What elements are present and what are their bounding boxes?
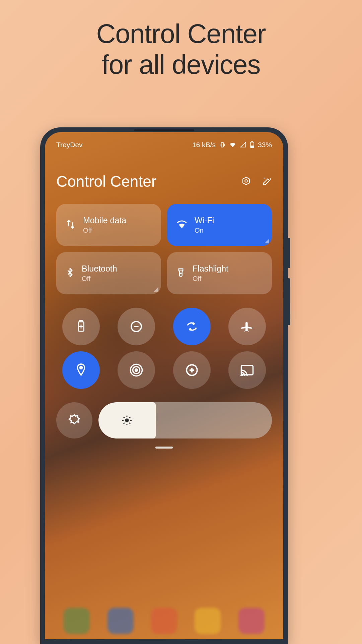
svg-point-10 <box>135 369 138 371</box>
tile-flashlight[interactable]: Flashlight Off <box>167 252 272 294</box>
control-center-title: Control Center <box>56 172 156 190</box>
circle-dnd[interactable] <box>118 308 155 345</box>
dock-app-2[interactable] <box>107 608 134 634</box>
circle-location[interactable] <box>62 351 100 389</box>
tile-label: Flashlight <box>193 264 228 274</box>
drag-handle[interactable] <box>155 447 173 449</box>
hotspot-icon <box>129 363 143 377</box>
svg-point-4 <box>245 180 247 182</box>
circle-cast[interactable] <box>228 351 266 389</box>
tile-label: Wi-Fi <box>195 216 214 225</box>
dock-app-3[interactable] <box>151 608 177 634</box>
circle-grid <box>56 308 272 389</box>
tile-status: Off <box>82 275 117 283</box>
tile-label: Mobile data <box>83 216 126 225</box>
auto-rotate-icon <box>185 320 199 333</box>
svg-point-5 <box>180 273 182 274</box>
status-bar: TreyDev 16 kB/s 33% <box>56 141 272 149</box>
promo-title: Control Center for all devices <box>0 0 362 80</box>
svg-rect-3 <box>251 146 254 148</box>
cast-icon <box>240 364 254 376</box>
expand-corner-icon <box>265 239 269 243</box>
dock-app-4[interactable] <box>195 608 221 634</box>
network-speed: 16 kB/s <box>192 141 216 149</box>
edit-button[interactable] <box>262 176 272 186</box>
wifi-icon <box>176 218 188 232</box>
battery-icon <box>250 141 255 149</box>
side-button-2 <box>288 278 290 325</box>
phone-speaker <box>134 129 194 131</box>
circle-battery-saver[interactable] <box>62 308 100 345</box>
dock-app-1[interactable] <box>64 608 90 634</box>
phone-frame: TreyDev 16 kB/s 33% Control Center <box>40 127 288 644</box>
data-saver-icon <box>185 363 199 377</box>
dock-app-5[interactable] <box>238 608 265 634</box>
swap-vert-icon <box>65 219 76 231</box>
svg-point-9 <box>80 366 82 369</box>
svg-rect-0 <box>221 142 224 147</box>
dnd-icon <box>130 320 143 333</box>
airplane-icon <box>240 320 254 333</box>
battery-saver-icon <box>75 320 87 333</box>
promo-line1: Control Center <box>0 18 362 49</box>
bluetooth-icon <box>65 267 75 280</box>
header-actions <box>241 176 272 186</box>
dock <box>45 609 283 639</box>
tile-status: On <box>195 227 214 234</box>
circle-hotspot[interactable] <box>118 351 155 389</box>
brightness-fill <box>98 402 156 438</box>
svg-point-16 <box>125 418 129 422</box>
side-button-1 <box>288 238 290 268</box>
location-icon <box>75 363 87 377</box>
tile-label: Bluetooth <box>82 264 117 274</box>
carrier-label: TreyDev <box>56 141 83 149</box>
tile-status: Off <box>193 275 228 283</box>
svg-point-15 <box>241 374 243 376</box>
svg-rect-7 <box>80 320 83 322</box>
tile-mobile-data[interactable]: Mobile data Off <box>56 204 161 246</box>
svg-rect-2 <box>251 141 253 142</box>
wifi-status-icon <box>229 141 236 149</box>
flashlight-icon <box>176 267 186 280</box>
status-right: 16 kB/s 33% <box>192 141 272 149</box>
circle-auto-rotate[interactable] <box>173 308 211 345</box>
expand-corner-icon <box>154 287 158 292</box>
tile-wifi[interactable]: Wi-Fi On <box>167 204 272 246</box>
brightness-icon <box>121 415 133 426</box>
signal-icon <box>240 141 246 148</box>
auto-brightness-icon <box>68 414 81 427</box>
control-center-header: Control Center <box>56 172 272 190</box>
vibrate-icon <box>219 141 226 148</box>
promo-line2: for all devices <box>0 49 362 80</box>
auto-brightness-button[interactable] <box>56 402 92 438</box>
tile-bluetooth[interactable]: Bluetooth Off <box>56 252 161 294</box>
tile-status: Off <box>83 227 126 234</box>
tile-grid: Mobile data Off Wi-Fi On Bl <box>56 204 272 294</box>
phone-screen: TreyDev 16 kB/s 33% Control Center <box>45 132 283 639</box>
battery-percent: 33% <box>258 141 272 149</box>
brightness-slider[interactable] <box>98 402 272 438</box>
circle-data-saver[interactable] <box>173 351 211 389</box>
settings-button[interactable] <box>241 176 251 186</box>
circle-airplane[interactable] <box>228 308 266 345</box>
brightness-row <box>56 402 272 438</box>
